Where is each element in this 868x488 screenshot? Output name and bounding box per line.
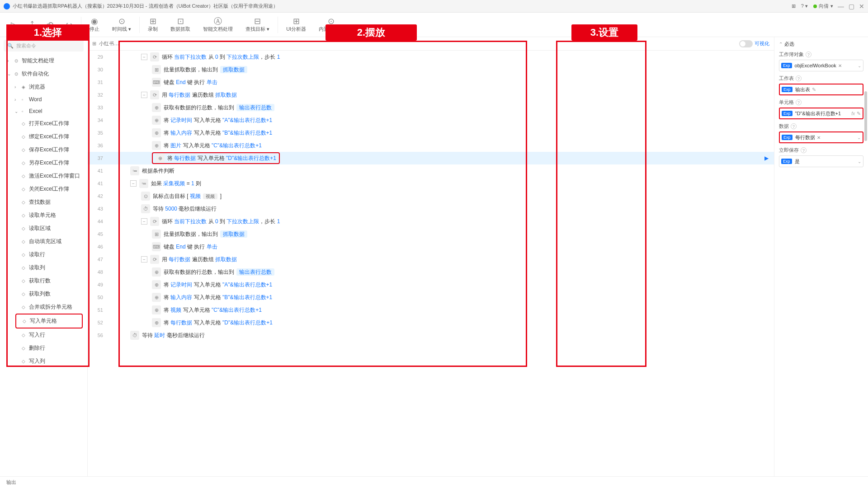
property-field[interactable]: Exp每行数据✕⌄ bbox=[779, 131, 863, 143]
collapse-icon[interactable]: − bbox=[141, 256, 147, 263]
collapse-icon[interactable]: − bbox=[141, 92, 147, 98]
diamond-icon: ◇ bbox=[22, 226, 27, 231]
tree-item[interactable]: ◇写入列 bbox=[0, 355, 87, 368]
visual-toggle[interactable] bbox=[739, 40, 753, 47]
code-line[interactable]: 41≔根据条件判断 bbox=[88, 164, 774, 177]
code-line[interactable]: 48⊕获取有数据的行总数，输出到 输出表行总数 bbox=[88, 266, 774, 278]
code-line[interactable]: 50⊕将 输入内容 写入单元格 "B"&输出表行总数+1 bbox=[88, 291, 774, 304]
output-label: 输出 bbox=[6, 479, 16, 486]
chevron-down-icon[interactable]: ⌄ bbox=[858, 159, 861, 164]
code-line[interactable]: 51⊕将 视频 写入单元格 "C"&输出表行总数+1 bbox=[88, 304, 774, 316]
tree-item[interactable]: ◇另存Excel工作簿 bbox=[0, 156, 87, 169]
tree-item[interactable]: ◇读取行 bbox=[0, 248, 87, 261]
toolbar-button[interactable]: ▷ bbox=[5, 20, 24, 29]
chevron-down-icon[interactable]: ⌄ bbox=[857, 135, 861, 140]
tree-item[interactable]: ›⊙智能文档处理 bbox=[0, 54, 87, 67]
diamond-icon: ◇ bbox=[23, 319, 28, 324]
play-icon[interactable]: ▶ bbox=[764, 155, 769, 161]
code-line[interactable]: 56⏱等待 延时 毫秒后继续运行 bbox=[88, 329, 774, 342]
maximize-button[interactable]: ▢ bbox=[849, 3, 854, 10]
property-field[interactable]: Exp输出表✎ bbox=[779, 84, 863, 95]
toolbar-button[interactable]: ⊙内置浏览器 bbox=[312, 17, 350, 33]
help-icon[interactable]: ? bbox=[796, 75, 802, 81]
property-field[interactable]: Exp是⌄ bbox=[779, 155, 863, 167]
tree-item[interactable]: ◇打开Excel工作簿 bbox=[0, 117, 87, 130]
user-status[interactable]: 向倩 ▾ bbox=[813, 3, 833, 9]
code-line[interactable]: 41−≔如果 采集视频 = 1 则 bbox=[88, 177, 774, 190]
output-bar[interactable]: 输出 bbox=[0, 476, 868, 488]
code-line[interactable]: 47−⟳用 每行数据 遍历数组 抓取数据 bbox=[88, 253, 774, 266]
tree-item[interactable]: ◇获取行数 bbox=[0, 274, 87, 287]
code-line[interactable]: 43⏱等待 5000 毫秒后继续运行 bbox=[88, 202, 774, 215]
line-number: 48 bbox=[88, 269, 108, 275]
tree-item[interactable]: ›▫Word bbox=[0, 94, 87, 105]
help-icon[interactable]: ? bbox=[806, 52, 811, 57]
toolbar-button[interactable]: ⊞UI分析器 bbox=[280, 17, 312, 33]
toolbar-button[interactable]: ◉停止 bbox=[83, 17, 106, 33]
collapse-icon[interactable]: − bbox=[130, 180, 137, 187]
code-line[interactable]: 32−⟳用 每行数据 遍历数组 抓取数据 bbox=[88, 89, 774, 101]
tree-item[interactable]: ◇自动填充区域 bbox=[0, 235, 87, 248]
toolbar-button[interactable]: ↪ bbox=[60, 20, 79, 29]
edit-icon[interactable]: ✎ bbox=[812, 87, 816, 93]
tree-item[interactable]: ◇合并或拆分单元格 bbox=[0, 300, 87, 314]
fx-icon[interactable]: fx bbox=[851, 111, 855, 116]
tree-item[interactable]: ◇激活Excel工作簿窗口 bbox=[0, 169, 87, 183]
minimize-button[interactable]: — bbox=[838, 3, 844, 10]
help-icon[interactable]: ? bbox=[796, 99, 802, 105]
property-field[interactable]: Exp"D"&输出表行总数+1fx✎ bbox=[779, 108, 863, 119]
tree-item[interactable]: ◇读取区域 bbox=[0, 222, 87, 235]
tree-item[interactable]: ›◈浏览器 bbox=[0, 80, 87, 94]
toolbar-button[interactable]: ⟲ bbox=[40, 20, 60, 29]
clear-icon[interactable]: ✕ bbox=[838, 63, 842, 68]
code-line[interactable]: 46⌨键盘 End 键 执行 单击 bbox=[88, 240, 774, 253]
code-line[interactable]: 33⊕获取有数据的行总数，输出到 输出表行总数 bbox=[88, 101, 774, 114]
toolbar-button[interactable]: Ⓐ智能文档处理 bbox=[197, 17, 239, 33]
code-line[interactable]: 36⊕将 图片 写入单元格 "C"&输出表行总数+1 bbox=[88, 139, 774, 152]
toolbar-button[interactable]: ⊟查找目标 ▾ bbox=[239, 17, 276, 33]
code-line[interactable]: 29−⟳循环 当前下拉次数 从 0 到 下拉次数上限，步长 1 bbox=[88, 51, 774, 63]
search-input[interactable]: 🔍 搜索命令 bbox=[4, 40, 84, 52]
tree-item[interactable]: ◇查找数据 bbox=[0, 196, 87, 209]
breadcrumb[interactable]: 小红书… bbox=[99, 40, 119, 47]
chevron-down-icon[interactable]: ⌄ bbox=[858, 63, 861, 68]
help-icon[interactable]: ? bbox=[801, 147, 807, 153]
code-line[interactable]: 30⊞批量抓取数据，输出到 抓取数据 bbox=[88, 63, 774, 76]
code-line[interactable]: 34⊕将 记录时间 写入单元格 "A"&输出表行总数+1 bbox=[88, 114, 774, 127]
code-line[interactable]: 45⊞批量抓取数据，输出到 抓取数据 bbox=[88, 228, 774, 240]
tree-item[interactable]: ◇写入行 bbox=[0, 328, 87, 342]
code-line[interactable]: 44−⟳循环 当前下拉次数 从 0 到 下拉次数上限，步长 1 bbox=[88, 215, 774, 228]
collapse-icon[interactable]: − bbox=[141, 218, 147, 225]
tree-item[interactable]: ◇关闭Excel工作簿 bbox=[0, 183, 87, 196]
tree-item[interactable]: ◇读取单元格 bbox=[0, 209, 87, 222]
tree-item[interactable]: ◇获取列数 bbox=[0, 287, 87, 300]
help-icon[interactable]: ? bbox=[791, 123, 797, 129]
edit-icon[interactable]: ✎ bbox=[857, 111, 861, 117]
grid-icon[interactable]: ⊞ bbox=[792, 3, 796, 9]
code-line[interactable]: 37⊕将 每行数据 写入单元格 "D"&输出表行总数+1▶ bbox=[88, 152, 774, 164]
tree-item[interactable]: ◇读取列 bbox=[0, 261, 87, 274]
code-line[interactable]: 31⌨键盘 End 键 执行 单击 bbox=[88, 76, 774, 89]
tree-item[interactable]: ⌄▫Excel bbox=[0, 105, 87, 117]
code-editor[interactable]: 29−⟳循环 当前下拉次数 从 0 到 下拉次数上限，步长 130⊞批量抓取数据… bbox=[88, 51, 774, 476]
tree-item[interactable]: ⌄⊙软件自动化 bbox=[0, 67, 87, 80]
property-field[interactable]: ExpobjExcelWorkBook✕⌄ bbox=[779, 60, 863, 71]
section-header[interactable]: ⌃ 必选 bbox=[779, 41, 863, 47]
code-line[interactable]: 35⊕将 输入内容 写入单元格 "B"&输出表行总数+1 bbox=[88, 127, 774, 139]
tree-item[interactable]: ◇删除行 bbox=[0, 342, 87, 355]
collapse-icon[interactable]: − bbox=[141, 54, 147, 60]
tree-item[interactable]: ◇写入单元格 bbox=[15, 314, 83, 328]
code-line[interactable]: 42⊙鼠标点击目标 [ 视频 视频 ] bbox=[88, 190, 774, 202]
code-line[interactable]: 52⊕将 每行数据 写入单元格 "D"&输出表行总数+1 bbox=[88, 316, 774, 329]
clear-icon[interactable]: ✕ bbox=[817, 135, 821, 140]
tree-item[interactable]: ◇保存Excel工作簿 bbox=[0, 143, 87, 156]
toolbar-button[interactable]: ⊙时间线 ▾ bbox=[106, 17, 137, 33]
toolbar-button[interactable]: ⤴ bbox=[24, 20, 40, 29]
toolbar-button[interactable]: ⊞录制 bbox=[142, 17, 164, 33]
help-icon[interactable]: ? ▾ bbox=[801, 3, 808, 9]
step-icon: ⏱ bbox=[130, 331, 139, 340]
close-button[interactable]: ✕ bbox=[859, 3, 864, 10]
tree-item[interactable]: ◇绑定Excel工作簿 bbox=[0, 130, 87, 143]
code-line[interactable]: 49⊕将 记录时间 写入单元格 "A"&输出表行总数+1 bbox=[88, 278, 774, 291]
toolbar-button[interactable]: ⊡数据抓取 bbox=[164, 17, 197, 33]
